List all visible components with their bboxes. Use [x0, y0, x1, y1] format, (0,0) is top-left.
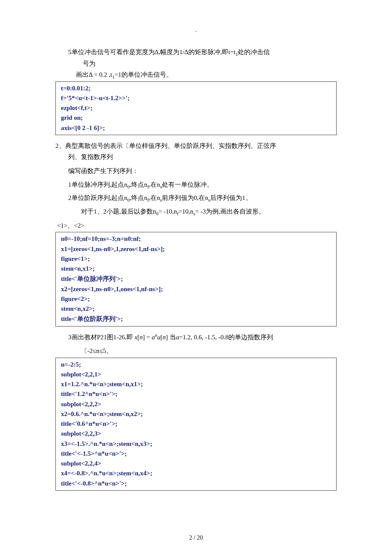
text: ,在n — [149, 194, 160, 201]
text: title<' — [61, 275, 77, 282]
text: ,在n — [149, 181, 160, 188]
code-line: figure<1>; — [61, 254, 331, 264]
text: '>; — [115, 315, 123, 322]
text: = 0.2 ,t — [92, 71, 112, 78]
code-line: title<'单位脉冲序列'>; — [61, 274, 331, 284]
code-line: axis<[0 2 -1 6]>; — [61, 123, 331, 133]
delta-symbol: Δ — [155, 49, 159, 55]
code-line: title<'单位阶跃序列'>; — [61, 314, 331, 324]
label-1-2: <1>、<2> — [55, 221, 337, 231]
text: 对于1、2小题,最后以参数n — [81, 208, 156, 215]
text: ,终点n — [130, 194, 147, 201]
text: 1单位脉冲序列,起点n — [68, 181, 127, 188]
code-line: x2=0.6.^n.*u<n>;stem<n,x2>; — [61, 409, 331, 419]
section-2-title-line1: 2、典型离散信号的表示〔单位样值序列、单位阶跃序列、实指数序列、正弦序 — [68, 141, 337, 151]
code-line: x1=[zeros<1,ns-n0>,1,zeros<1,nf-ns>]; — [61, 244, 331, 254]
var-x: x — [135, 334, 138, 341]
code-block-3: n=-2:5; subplot<2,2,1> x1=1.2.^n.*u<n>;s… — [55, 358, 337, 491]
problem-5-line2: 号为 — [55, 59, 337, 69]
code-line: t=0:0.01:2; — [61, 84, 331, 93]
text: 3画出教材P21图1-26,即 — [68, 334, 135, 341]
problem-5-line1: 5单位冲击信号可看作是宽度为Δ,幅度为1/Δ的矩形脉冲,即t=t1处的冲击信 — [55, 47, 337, 57]
question-2: 2单位阶跃序列,起点n0,终点nf,在ns前序列值为0,在ns后序列值为1。 — [55, 193, 337, 203]
text: 单位脉冲序列 — [77, 275, 115, 282]
text: 5单位冲击信号可看作是宽度为 — [68, 49, 155, 55]
code-line: stem<n,x2>; — [61, 304, 331, 314]
text: 处有一单位脉冲。 — [162, 181, 213, 188]
code-line: title<'<-0.8>^n*u<n>'>; — [61, 479, 331, 489]
code-block-2: n0=-10;nf=10;ns=-3;n=n0:nf; x1=[zeros<1,… — [55, 232, 337, 326]
section-2-intro: 编写函数产生下列序列： — [55, 166, 337, 176]
text: 后序列值为1。 — [210, 194, 252, 201]
code-line: subplot<2,2,2> — [61, 399, 331, 409]
delta-symbol: Δ — [184, 49, 189, 55]
text: 单位阶跃序列 — [77, 315, 115, 322]
page-footer: 2 / 20 — [0, 533, 392, 542]
question-1: 1单位脉冲序列,起点n0,终点nf,在ns处有一单位脉冲。 — [55, 180, 337, 190]
code-line: x3=<-1.5>.^n.*u<n>;stem<n,x3>; — [61, 439, 331, 449]
code-block-1: t=0:0.01:2; f='5*<u<t-1>-u<t-1.2>>'; ezp… — [55, 81, 337, 135]
parameter-note: 对于1、2小题,最后以参数n0= -10,nf=10,ns= -3为例,画出各自… — [55, 207, 337, 217]
question-3-line2: 〔-2≤n≤5。 — [55, 346, 337, 356]
code-line: x1=1.2.^n.*u<n>;stem<n,x1>; — [61, 379, 331, 389]
code-line: title<'<-1.5>^n*u<n>'>; — [61, 449, 331, 459]
text: = -10,n — [159, 208, 177, 215]
code-line: n=-2:5; — [61, 360, 331, 370]
text: 2单位阶跃序列,起点n — [68, 194, 127, 201]
text: =1.2, 0.6, -1.5, -0.8的单边指数序列 — [179, 334, 273, 341]
text: 当 — [168, 334, 176, 341]
code-line: x2=[zeros<1,ns-n0>,1,ones<1,nf-ns>]; — [61, 284, 331, 294]
delta-symbol: Δ — [89, 71, 92, 78]
text: =1的单位冲击信号。 — [115, 71, 173, 78]
code-line: subplot<2,2,4> — [61, 459, 331, 468]
code-line: f='5*<u<t-1>-u<t-1.2>>'; — [61, 93, 331, 103]
section-2-title-line2: 列、复指数序列 — [55, 152, 337, 162]
text: title<' — [61, 315, 77, 322]
text: 的矩形脉冲,即t=t — [188, 49, 236, 55]
code-line: title<'0.6^n*u<n>'>; — [61, 419, 331, 429]
text: 画出 — [76, 71, 89, 78]
code-line: title<'1.2^n*u<n>'>; — [61, 389, 331, 399]
code-line: grid on; — [61, 113, 331, 123]
code-line: subplot<2,2,3> — [61, 429, 331, 439]
code-line: n0=-10;nf=10;ns=-3;n=n0:nf; — [61, 234, 331, 244]
problem-5-line3: 画出Δ = 0.2 ,t1=1的单位冲击信号。 — [55, 70, 337, 80]
var-u: u — [157, 334, 161, 341]
text: ,幅度为1/ — [159, 49, 184, 55]
code-line: figure<2>; — [61, 294, 331, 304]
text: ,终点n — [130, 181, 147, 188]
code-line: ezplot<f,t>; — [61, 103, 331, 113]
code-line: x4=<-0.8>.^n.*u<n>;stem<n,x4>; — [61, 468, 331, 478]
document-page: . 5单位冲击信号可看作是宽度为Δ,幅度为1/Δ的矩形脉冲,即t=t1处的冲击信… — [0, 0, 392, 555]
var-n: n — [163, 334, 166, 341]
text: ] = — [143, 334, 152, 341]
code-line: stem<n,x1>; — [61, 264, 331, 274]
header-dot: . — [55, 26, 337, 35]
text: =10,n — [179, 208, 193, 215]
text: '>; — [115, 275, 123, 282]
var-n: n — [140, 334, 143, 341]
question-3-line1: 3画出教材P21图1-26,即 x[n] = anu[n] 当a=1.2, 0.… — [55, 332, 337, 342]
text: 处的冲击信 — [238, 49, 270, 55]
text: 前序列值为0,在n — [162, 194, 208, 201]
code-line: subplot<2,2,1> — [61, 370, 331, 379]
text: = -3为例,画出各自波形。 — [195, 208, 265, 215]
